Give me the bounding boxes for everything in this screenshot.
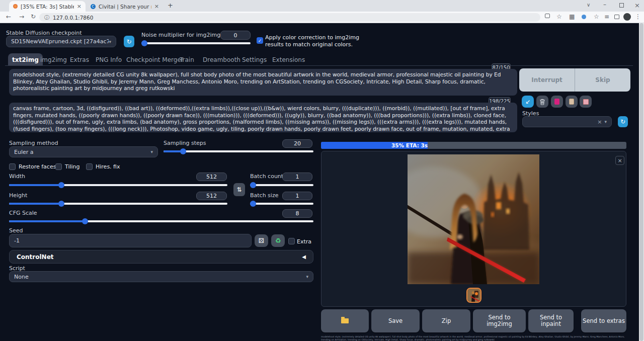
extension-dot-icon[interactable]	[582, 15, 586, 19]
window-close-icon[interactable]: ×	[634, 2, 640, 9]
height-input[interactable]: 512	[196, 192, 227, 200]
batch-count-slider[interactable]	[250, 182, 313, 188]
height-slider[interactable]	[9, 201, 227, 207]
browser-tab-stable-diffusion[interactable]: [35% ETA: 3s] Stable Diffusion ×	[9, 1, 86, 12]
side-panel-icon[interactable]	[614, 15, 619, 19]
interrupt-label: Interrupt	[531, 76, 562, 83]
close-gallery-icon[interactable]: ×	[615, 156, 624, 165]
clear-prompt-button[interactable]	[536, 96, 548, 108]
bookmark-star-icon[interactable]: ☆	[556, 13, 562, 20]
generated-image[interactable]	[408, 154, 539, 284]
send-to-extras-button[interactable]: Send to extras	[581, 309, 626, 332]
save-button[interactable]: Save	[371, 309, 420, 332]
color-correction-checkbox[interactable]: ✓	[257, 37, 263, 44]
tab-divider	[5, 65, 633, 66]
styles-refresh-button[interactable]: ↻	[618, 116, 628, 127]
reading-list-icon[interactable]: ≡	[604, 13, 609, 20]
negative-prompt-textarea[interactable]: canvas frame, cartoon, 3d, ((disfigured)…	[9, 103, 517, 132]
sampling-steps-slider[interactable]	[164, 148, 313, 154]
refresh-icon: ↻	[620, 118, 625, 125]
reuse-seed-button[interactable]: ♻	[271, 234, 285, 247]
batch-count-input[interactable]: 1	[282, 173, 312, 181]
new-tab-icon[interactable]: +	[168, 2, 173, 9]
extension-grid-icon[interactable]: ▦	[569, 13, 575, 20]
width-label: Width	[9, 173, 25, 180]
scrollbar-thumb[interactable]	[639, 23, 643, 341]
tab-label: Dreambooth	[203, 56, 240, 63]
folder-icon	[341, 318, 349, 323]
reload-icon[interactable]: ↻	[31, 13, 36, 20]
save-style-button[interactable]	[580, 96, 592, 108]
refresh-icon: ↻	[126, 38, 131, 45]
open-folder-button[interactable]	[321, 309, 369, 332]
noise-multiplier-input[interactable]: 0	[220, 31, 251, 40]
forward-icon[interactable]: →	[19, 13, 24, 20]
swap-dimensions-button[interactable]: ⇅	[233, 183, 245, 196]
paste-arrow-icon: ↙	[525, 98, 530, 105]
tab-title: [35% ETA: 3s] Stable Diffusion	[21, 4, 74, 10]
height-label: Height	[9, 192, 27, 199]
tab-title: Civitai | Share your models	[99, 4, 151, 10]
tab-extensions[interactable]: Extensions	[268, 53, 309, 66]
batch-size-slider[interactable]	[250, 201, 313, 207]
checkpoint-refresh-button[interactable]: ↻	[124, 36, 134, 47]
zip-button[interactable]: Zip	[422, 309, 470, 332]
chevron-left-icon: ◀	[302, 254, 306, 260]
tab-label: img2img	[40, 56, 67, 63]
tab-png-info[interactable]: PNG Info	[92, 53, 126, 66]
window-minimize-icon[interactable]: –	[603, 1, 606, 8]
send-to-img2img-button[interactable]: Send to img2img	[473, 309, 526, 332]
window-maximize-icon[interactable]	[619, 3, 624, 8]
tiling-checkbox[interactable]	[55, 163, 62, 170]
site-info-icon[interactable]: ⓘ	[44, 14, 49, 21]
check-icon: ✓	[258, 38, 262, 43]
menu-kebab-icon[interactable]: ⋮	[635, 13, 641, 20]
skip-button[interactable]: Skip	[575, 68, 630, 92]
seed-input[interactable]: -1	[9, 234, 252, 247]
sampling-method-value: Euler a	[14, 149, 34, 155]
tab-extras[interactable]: Extras	[66, 53, 93, 66]
width-input[interactable]: 512	[196, 173, 227, 181]
noise-multiplier-slider[interactable]	[141, 40, 251, 46]
batch-size-input[interactable]: 1	[282, 192, 312, 200]
tab-label: Checkpoint Merger	[126, 56, 184, 63]
hires-fix-checkbox[interactable]	[86, 163, 93, 170]
sampling-steps-input[interactable]: 20	[282, 139, 312, 148]
browser-tab-civitai[interactable]: C Civitai | Share your models ×	[87, 1, 163, 12]
extensions-puzzle-icon[interactable]: ☆	[594, 13, 599, 20]
extra-seed-checkbox[interactable]	[288, 238, 295, 244]
styles-dropdown[interactable]: × ▾	[522, 116, 612, 127]
random-seed-button[interactable]: ⚄	[255, 234, 268, 247]
cfg-scale-slider[interactable]	[9, 218, 313, 224]
back-icon[interactable]: ←	[6, 13, 11, 20]
send-to-inpaint-label: Send to inpaint	[536, 314, 566, 327]
tab-close-icon[interactable]: ×	[154, 3, 159, 10]
cfg-scale-input[interactable]: 8	[282, 209, 312, 218]
share-icon[interactable]	[545, 14, 550, 18]
clear-styles-icon[interactable]: ×	[597, 119, 602, 125]
gallery-thumbnail[interactable]	[466, 288, 481, 303]
apply-style-button[interactable]	[566, 96, 578, 108]
tab-settings[interactable]: Settings	[238, 53, 271, 66]
address-bar[interactable]: ⓘ 127.0.0.1:7860	[39, 13, 540, 22]
interrupt-button[interactable]: Interrupt	[519, 68, 575, 92]
profile-avatar[interactable]	[623, 13, 631, 21]
paste-generation-params-button[interactable]: ↙	[522, 96, 534, 108]
restore-faces-checkbox[interactable]	[9, 163, 16, 170]
prompt-textarea[interactable]: modelshoot style, (extremely detailed CG…	[9, 69, 517, 96]
script-value: None	[14, 274, 29, 280]
sampling-method-dropdown[interactable]: Euler a ▾	[9, 146, 158, 157]
controlnet-accordion[interactable]: ControlNet ◀	[9, 250, 313, 264]
width-slider[interactable]	[9, 182, 227, 188]
tab-search-chevron-icon[interactable]: ∨	[587, 2, 590, 8]
chevron-down-icon: ▾	[604, 119, 607, 124]
script-dropdown[interactable]: None ▾	[9, 271, 313, 282]
send-to-img2img-label: Send to img2img	[482, 314, 517, 327]
tab-close-icon[interactable]: ×	[77, 3, 82, 10]
send-to-inpaint-button[interactable]: Send to inpaint	[528, 309, 574, 332]
checkpoint-dropdown[interactable]: SD15NewVAEpruned.ckpt [27a4ac756c] ▾	[6, 36, 116, 47]
scrollbar-track[interactable]	[639, 23, 644, 341]
dice-icon: ⚄	[259, 237, 264, 244]
extra-networks-button[interactable]	[551, 96, 563, 108]
tab-train[interactable]: Train	[176, 53, 198, 66]
